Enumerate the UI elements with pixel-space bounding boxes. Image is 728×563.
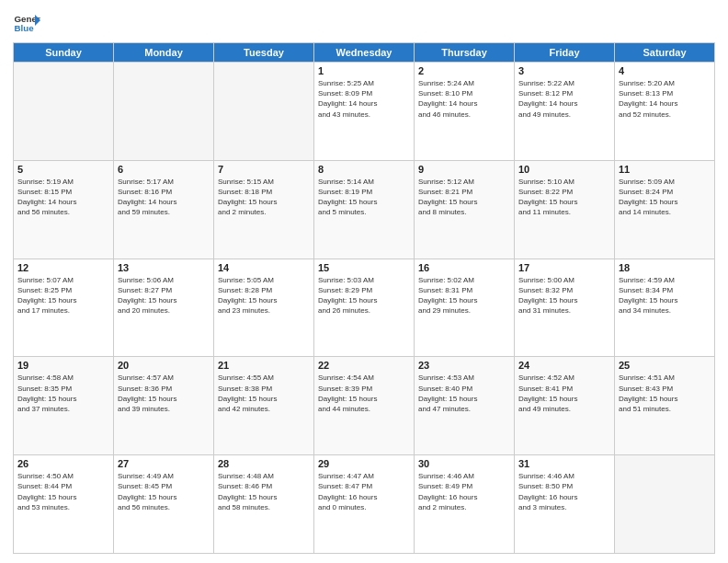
calendar-cell: 30Sunrise: 4:46 AMSunset: 8:49 PMDayligh… xyxy=(415,455,515,554)
day-info: Sunrise: 5:25 AMSunset: 8:09 PMDaylight:… xyxy=(318,78,410,120)
day-number: 19 xyxy=(17,360,109,371)
day-info: Sunrise: 5:07 AMSunset: 8:25 PMDaylight:… xyxy=(17,275,109,316)
day-info: Sunrise: 5:06 AMSunset: 8:27 PMDaylight:… xyxy=(118,275,210,316)
day-info: Sunrise: 5:12 AMSunset: 8:21 PMDaylight:… xyxy=(418,177,510,218)
calendar-cell: 26Sunrise: 4:50 AMSunset: 8:44 PMDayligh… xyxy=(14,455,114,554)
day-info: Sunrise: 5:02 AMSunset: 8:31 PMDaylight:… xyxy=(418,275,510,316)
day-number: 26 xyxy=(17,458,109,469)
calendar-cell: 12Sunrise: 5:07 AMSunset: 8:25 PMDayligh… xyxy=(14,259,114,357)
day-number: 11 xyxy=(619,164,711,175)
day-info: Sunrise: 5:20 AMSunset: 8:13 PMDaylight:… xyxy=(619,78,711,120)
day-number: 17 xyxy=(518,262,610,273)
calendar-cell: 11Sunrise: 5:09 AMSunset: 8:24 PMDayligh… xyxy=(615,160,715,259)
day-number: 14 xyxy=(218,262,310,273)
day-header-saturday: Saturday xyxy=(615,43,715,63)
calendar-cell xyxy=(114,63,214,161)
day-info: Sunrise: 4:57 AMSunset: 8:36 PMDaylight:… xyxy=(118,373,210,414)
day-info: Sunrise: 5:10 AMSunset: 8:22 PMDaylight:… xyxy=(518,177,610,218)
day-number: 13 xyxy=(118,262,210,273)
day-number: 30 xyxy=(418,458,510,469)
calendar-cell: 23Sunrise: 4:53 AMSunset: 8:40 PMDayligh… xyxy=(415,357,515,455)
calendar-table: SundayMondayTuesdayWednesdayThursdayFrid… xyxy=(13,42,715,554)
day-header-friday: Friday xyxy=(515,43,615,63)
day-number: 23 xyxy=(418,360,510,371)
logo-icon: General Blue xyxy=(13,9,40,37)
day-info: Sunrise: 4:46 AMSunset: 8:49 PMDaylight:… xyxy=(418,471,510,512)
day-number: 20 xyxy=(118,360,210,371)
day-info: Sunrise: 5:14 AMSunset: 8:19 PMDaylight:… xyxy=(318,177,410,218)
day-number: 2 xyxy=(418,65,510,76)
calendar-cell: 31Sunrise: 4:46 AMSunset: 8:50 PMDayligh… xyxy=(515,455,615,554)
day-info: Sunrise: 5:24 AMSunset: 8:10 PMDaylight:… xyxy=(418,78,510,120)
day-info: Sunrise: 4:52 AMSunset: 8:41 PMDaylight:… xyxy=(518,373,610,414)
page: General Blue SundayMondayTuesdayWednesda… xyxy=(0,0,728,563)
calendar-cell: 7Sunrise: 5:15 AMSunset: 8:18 PMDaylight… xyxy=(214,160,314,259)
calendar-cell: 5Sunrise: 5:19 AMSunset: 8:15 PMDaylight… xyxy=(14,160,114,259)
calendar-cell: 6Sunrise: 5:17 AMSunset: 8:16 PMDaylight… xyxy=(114,160,214,259)
day-info: Sunrise: 5:09 AMSunset: 8:24 PMDaylight:… xyxy=(619,177,711,218)
calendar-cell: 20Sunrise: 4:57 AMSunset: 8:36 PMDayligh… xyxy=(114,357,214,455)
day-info: Sunrise: 4:54 AMSunset: 8:39 PMDaylight:… xyxy=(318,373,410,414)
calendar-cell: 15Sunrise: 5:03 AMSunset: 8:29 PMDayligh… xyxy=(314,259,415,357)
day-number: 6 xyxy=(118,164,210,175)
day-number: 29 xyxy=(318,458,410,469)
calendar-week-3: 19Sunrise: 4:58 AMSunset: 8:35 PMDayligh… xyxy=(14,357,715,455)
day-number: 1 xyxy=(318,65,410,76)
calendar-week-4: 26Sunrise: 4:50 AMSunset: 8:44 PMDayligh… xyxy=(14,455,715,554)
day-info: Sunrise: 5:17 AMSunset: 8:16 PMDaylight:… xyxy=(118,177,210,218)
calendar-cell: 13Sunrise: 5:06 AMSunset: 8:27 PMDayligh… xyxy=(114,259,214,357)
day-number: 27 xyxy=(118,458,210,469)
day-info: Sunrise: 4:47 AMSunset: 8:47 PMDaylight:… xyxy=(318,471,410,512)
day-info: Sunrise: 4:46 AMSunset: 8:50 PMDaylight:… xyxy=(518,471,610,512)
calendar-cell: 27Sunrise: 4:49 AMSunset: 8:45 PMDayligh… xyxy=(114,455,214,554)
svg-text:Blue: Blue xyxy=(15,23,35,33)
calendar-week-0: 1Sunrise: 5:25 AMSunset: 8:09 PMDaylight… xyxy=(14,63,715,161)
calendar-cell: 1Sunrise: 5:25 AMSunset: 8:09 PMDaylight… xyxy=(314,63,415,161)
calendar-week-2: 12Sunrise: 5:07 AMSunset: 8:25 PMDayligh… xyxy=(14,259,715,357)
day-info: Sunrise: 4:59 AMSunset: 8:34 PMDaylight:… xyxy=(619,275,711,316)
calendar-cell: 21Sunrise: 4:55 AMSunset: 8:38 PMDayligh… xyxy=(214,357,314,455)
calendar-cell: 10Sunrise: 5:10 AMSunset: 8:22 PMDayligh… xyxy=(515,160,615,259)
calendar-cell: 9Sunrise: 5:12 AMSunset: 8:21 PMDaylight… xyxy=(415,160,515,259)
day-header-tuesday: Tuesday xyxy=(214,43,314,63)
calendar-cell xyxy=(14,63,114,161)
calendar-cell: 8Sunrise: 5:14 AMSunset: 8:19 PMDaylight… xyxy=(314,160,415,259)
day-info: Sunrise: 4:50 AMSunset: 8:44 PMDaylight:… xyxy=(17,471,109,512)
day-number: 31 xyxy=(518,458,610,469)
calendar-header-row: SundayMondayTuesdayWednesdayThursdayFrid… xyxy=(14,43,715,63)
day-info: Sunrise: 5:00 AMSunset: 8:32 PMDaylight:… xyxy=(518,275,610,316)
day-info: Sunrise: 5:03 AMSunset: 8:29 PMDaylight:… xyxy=(318,275,410,316)
day-info: Sunrise: 4:58 AMSunset: 8:35 PMDaylight:… xyxy=(17,373,109,414)
day-number: 16 xyxy=(418,262,510,273)
day-info: Sunrise: 4:53 AMSunset: 8:40 PMDaylight:… xyxy=(418,373,510,414)
calendar-cell: 19Sunrise: 4:58 AMSunset: 8:35 PMDayligh… xyxy=(14,357,114,455)
calendar-cell: 17Sunrise: 5:00 AMSunset: 8:32 PMDayligh… xyxy=(515,259,615,357)
calendar-cell: 29Sunrise: 4:47 AMSunset: 8:47 PMDayligh… xyxy=(314,455,415,554)
day-info: Sunrise: 4:55 AMSunset: 8:38 PMDaylight:… xyxy=(218,373,310,414)
day-info: Sunrise: 4:51 AMSunset: 8:43 PMDaylight:… xyxy=(619,373,711,414)
calendar-cell: 22Sunrise: 4:54 AMSunset: 8:39 PMDayligh… xyxy=(314,357,415,455)
day-info: Sunrise: 4:49 AMSunset: 8:45 PMDaylight:… xyxy=(118,471,210,512)
calendar-cell: 18Sunrise: 4:59 AMSunset: 8:34 PMDayligh… xyxy=(615,259,715,357)
calendar-cell: 3Sunrise: 5:22 AMSunset: 8:12 PMDaylight… xyxy=(515,63,615,161)
day-header-sunday: Sunday xyxy=(14,43,114,63)
calendar-cell: 4Sunrise: 5:20 AMSunset: 8:13 PMDaylight… xyxy=(615,63,715,161)
day-number: 9 xyxy=(418,164,510,175)
day-info: Sunrise: 4:48 AMSunset: 8:46 PMDaylight:… xyxy=(218,471,310,512)
calendar-cell: 16Sunrise: 5:02 AMSunset: 8:31 PMDayligh… xyxy=(415,259,515,357)
day-info: Sunrise: 5:15 AMSunset: 8:18 PMDaylight:… xyxy=(218,177,310,218)
day-number: 7 xyxy=(218,164,310,175)
calendar-cell xyxy=(615,455,715,554)
day-number: 3 xyxy=(518,65,610,76)
day-header-wednesday: Wednesday xyxy=(314,43,415,63)
day-info: Sunrise: 5:19 AMSunset: 8:15 PMDaylight:… xyxy=(17,177,109,218)
day-number: 25 xyxy=(619,360,711,371)
day-number: 8 xyxy=(318,164,410,175)
logo: General Blue xyxy=(13,9,40,37)
day-number: 21 xyxy=(218,360,310,371)
day-number: 4 xyxy=(619,65,711,76)
day-info: Sunrise: 5:22 AMSunset: 8:12 PMDaylight:… xyxy=(518,78,610,120)
day-number: 12 xyxy=(17,262,109,273)
calendar-cell: 28Sunrise: 4:48 AMSunset: 8:46 PMDayligh… xyxy=(214,455,314,554)
day-number: 22 xyxy=(318,360,410,371)
